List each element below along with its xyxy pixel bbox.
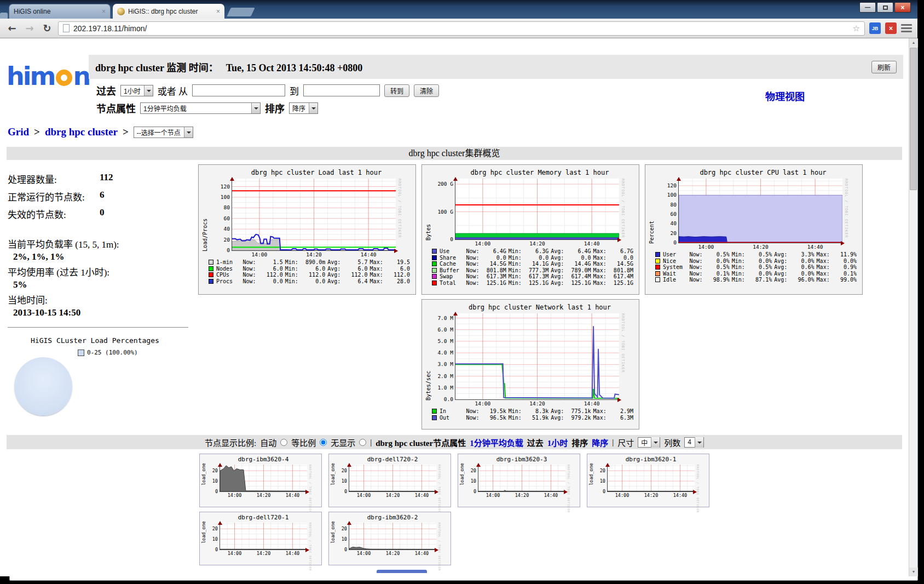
cols-select[interactable]: 4	[684, 437, 704, 448]
node-chart-dbrg-ibm3620-3[interactable]: dbrg-ibm3620-3load_one0102014:0014:2014:…	[458, 454, 580, 507]
menu-icon[interactable]	[901, 24, 912, 32]
x-tick-label: 14:00	[475, 241, 491, 247]
physical-view-link[interactable]: 物理视图	[765, 89, 805, 103]
bookmark-star-icon[interactable]: ☆	[853, 24, 860, 33]
axis-arrow-icon	[347, 519, 351, 525]
node-display-bar: 节点显示比例: 自动 等比例 无显示 | dbrg hpc cluster节点属…	[7, 435, 902, 449]
node-chart-dbrg-dell720-1[interactable]: dbrg-dell720-1load_one0102014:0014:2014:…	[199, 512, 322, 565]
axis-arrow-icon	[476, 461, 481, 467]
legend-row: UserNow:0.5%Min:0.5%Avg:3.3%Max:11.9%	[655, 251, 857, 258]
chart-load[interactable]: dbrg hpc cluster Load last 1 hourLoad/Pr…	[198, 164, 416, 295]
stat-row: 正常运行的节点数:6	[8, 190, 198, 203]
or-from-label: 或者 从	[158, 84, 188, 98]
axis-arrow-icon	[347, 461, 351, 467]
legend-series-name: Nice	[663, 258, 687, 264]
legend-stat-label: Avg:	[551, 273, 567, 279]
tab-title: HiGIS online	[14, 8, 100, 15]
legend-stat-value: 112.0	[386, 272, 410, 278]
extension-jb-icon[interactable]: JB	[869, 22, 881, 34]
legend-stat-value: 801.8M	[609, 267, 633, 273]
extension-block-icon[interactable]: ×	[885, 22, 897, 34]
window-maximize-button[interactable]	[877, 2, 893, 13]
tab-close-icon[interactable]: ×	[216, 8, 220, 15]
chart-plot-area: 0102014:0014:2014:40RRDTOOL / TOBI OETIK…	[478, 465, 565, 492]
himon-logo[interactable]: himn	[7, 55, 89, 118]
metric-select[interactable]: 1分钟平均负载	[140, 102, 261, 114]
forward-button[interactable]: →	[23, 22, 36, 34]
to-input[interactable]	[303, 84, 380, 96]
node-chart-row: dbrg-ibm3620-4load_one0102014:0014:2014:…	[199, 454, 909, 507]
chart-network[interactable]: dbrg hpc cluster Network last 1 hourByte…	[421, 299, 639, 430]
legend-stat-label: Min:	[509, 408, 524, 414]
breadcrumb-cluster-link[interactable]: dbrg hpc cluster	[45, 126, 118, 138]
metric-link[interactable]: 1分钟平均负载	[470, 437, 523, 448]
chart-cpu[interactable]: dbrg hpc cluster CPU last 1 hourPercent0…	[645, 164, 863, 295]
legend-row: WaitNow:0.1%Min:0.0%Avg:0.0%Max:0.1%	[655, 271, 857, 277]
y-tick-label: 20	[342, 526, 347, 531]
y-tick-label: 20	[212, 526, 218, 531]
legend-stat-value: 0.5%	[705, 264, 729, 270]
breadcrumb-grid-link[interactable]: Grid	[8, 126, 29, 138]
radio-none[interactable]	[359, 439, 366, 446]
legend-swatch	[432, 409, 437, 414]
legend-series-name: System	[663, 264, 687, 270]
legend-stat-label: Min:	[509, 415, 524, 421]
legend-series-name: Buffer	[440, 267, 464, 273]
window-close-button[interactable]: ×	[894, 2, 911, 13]
legend-stat-label: Now:	[466, 248, 482, 254]
legend-stat-label: Avg:	[327, 278, 343, 284]
node-chart-dbrg-ibm3620-2[interactable]: dbrg-ibm3620-2load_one0102014:0014:2014:…	[328, 512, 451, 565]
reload-button[interactable]: ↻	[41, 22, 54, 34]
url-text[interactable]: 202.197.18.11/himon/	[73, 24, 849, 33]
legend-stat-value: 617.3M	[524, 273, 548, 279]
legend-stat-value: 96.5k	[482, 415, 506, 421]
window-minimize-button[interactable]: —	[859, 2, 876, 13]
node-chart-dbrg-ibm3620-1[interactable]: dbrg-ibm3620-1load_one0102014:0014:2014:…	[587, 454, 709, 507]
legend-series-name: Idle	[663, 277, 687, 283]
radio-scaled[interactable]	[320, 439, 327, 446]
legend-stat-value: 19.5k	[482, 408, 506, 414]
back-button[interactable]: ←	[5, 22, 19, 34]
scroll-down-arrow[interactable]: ▼	[909, 568, 918, 576]
node-chart-dbrg-ibm3620-4[interactable]: dbrg-ibm3620-4load_one0102014:0014:2014:…	[199, 454, 322, 507]
clear-button[interactable]: 清除	[414, 84, 439, 97]
y-axis-label: Bytes	[425, 179, 431, 241]
page-icon	[63, 24, 70, 32]
radio-auto[interactable]	[280, 439, 287, 446]
plot-canvas	[455, 179, 619, 239]
past-select[interactable]: 1小时	[120, 85, 153, 96]
monitor-title-label: dbrg hpc cluster 监测 时间：	[95, 62, 218, 73]
legend-stat-value: 6.0	[301, 266, 325, 272]
legend-swatch	[209, 266, 213, 271]
legend-stat-label: Min:	[509, 248, 524, 254]
from-input[interactable]	[192, 84, 285, 96]
go-button[interactable]: 转到	[384, 84, 409, 97]
browser-tab-higis-online[interactable]: HiGIS online ×	[9, 4, 111, 19]
node-select[interactable]: --选择一个节点	[134, 127, 193, 138]
scroll-up-arrow[interactable]: ▲	[909, 38, 918, 47]
sort-link[interactable]: 降序	[592, 437, 608, 448]
scrollbar-thumb[interactable]	[910, 48, 917, 190]
legend-stat-label: Min:	[285, 259, 301, 265]
node-attr-label: 节点属性	[96, 101, 136, 115]
legend-series-name: Nodes	[216, 266, 240, 272]
legend-swatch	[432, 280, 437, 285]
node-chart-dbrg-dell720-2[interactable]: dbrg-dell720-2load_one0102014:0014:2014:…	[328, 454, 451, 507]
legend-stat-value: 0.0%	[748, 271, 772, 277]
browser-tab-himon[interactable]: HiGIS:: dbrg hpc cluster ×	[113, 4, 224, 19]
legend-stat-value: 0.6%	[790, 264, 814, 270]
tab-close-icon[interactable]: ×	[102, 8, 106, 15]
past-link[interactable]: 1小时	[547, 437, 568, 448]
legend-swatch	[655, 271, 660, 276]
legend-swatch	[209, 260, 213, 265]
chart-memory[interactable]: dbrg hpc cluster Memory last 1 hourBytes…	[421, 164, 639, 295]
legend-stat-label: Max:	[370, 259, 386, 265]
new-tab-button[interactable]	[227, 8, 255, 16]
sort-select[interactable]: 降序	[289, 102, 318, 114]
vertical-scrollbar[interactable]: ▲ ▼	[909, 38, 917, 576]
url-bar[interactable]: 202.197.18.11/himon/ ☆	[58, 21, 865, 36]
refresh-button[interactable]: 刷新	[871, 61, 897, 73]
size-select[interactable]: 中	[638, 437, 660, 448]
legend-row: UseNow:6.4GMin:6.3GAvg:6.4GMax:6.7G	[432, 248, 633, 255]
legend-stat-label: Min:	[732, 258, 748, 264]
